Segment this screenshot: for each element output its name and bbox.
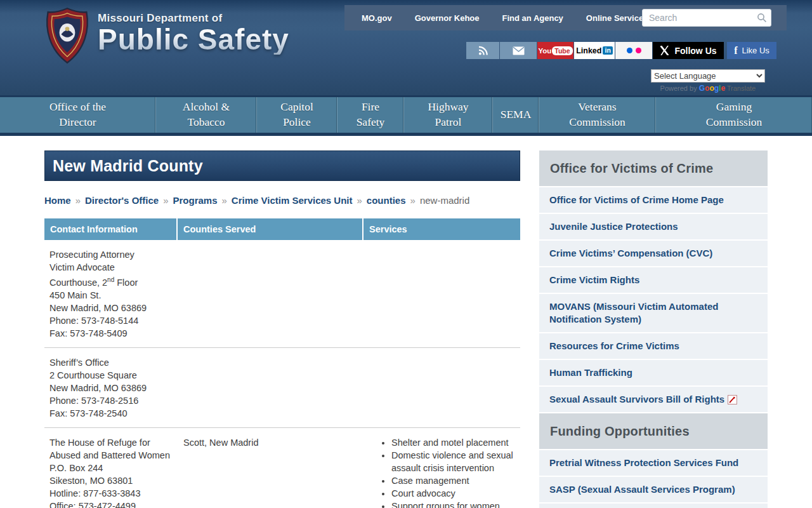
search-box bbox=[642, 9, 771, 27]
breadcrumb-link-programs[interactable]: Programs bbox=[173, 195, 217, 206]
main-column: New Madrid County Home»Director's Office… bbox=[44, 150, 520, 508]
main-nav-item-alcohol-tobacco[interactable]: Alcohol &Tobacco bbox=[155, 97, 256, 133]
pdf-icon bbox=[728, 395, 737, 404]
social-media-bar: YouTubeLinkedinFollow UsfLike Us bbox=[466, 42, 776, 59]
contact-line: P.O. Box 244 bbox=[49, 462, 178, 474]
content-area: New Madrid County Home»Director's Office… bbox=[0, 136, 812, 508]
contact-line: New Madrid, MO 63869 bbox=[49, 382, 178, 394]
breadcrumb-link-counties[interactable]: counties bbox=[367, 195, 406, 206]
linkedin-in-badge: in bbox=[603, 46, 612, 55]
contact-line: Fax: 573-748-2540 bbox=[49, 407, 178, 420]
top-utility-bar: MO.govGovernor KehoeFind an AgencyOnline… bbox=[344, 5, 787, 30]
main-nav-item-fire-safety[interactable]: FireSafety bbox=[337, 97, 403, 133]
rss-button[interactable] bbox=[466, 42, 499, 59]
main-nav-item-gaming-commission[interactable]: GamingCommission bbox=[655, 97, 812, 133]
main-nav-item-label: HighwayPatrol bbox=[428, 100, 468, 130]
breadcrumb-link-home[interactable]: Home bbox=[44, 195, 71, 206]
dps-badge-logo-icon bbox=[43, 7, 91, 67]
cell-counties-served bbox=[178, 248, 363, 340]
flickr-blue-dot-icon bbox=[627, 48, 632, 53]
services-list: Shelter and motel placementDomestic viol… bbox=[369, 436, 520, 508]
breadcrumb-separator: » bbox=[222, 195, 227, 206]
search-icon[interactable] bbox=[757, 13, 767, 25]
contact-line: The House of Refuge for Abused and Batte… bbox=[49, 436, 178, 462]
page-title-banner: New Madrid County bbox=[44, 150, 520, 181]
top-nav-link-find-an-agency[interactable]: Find an Agency bbox=[502, 13, 563, 23]
top-utility-links: MO.govGovernor KehoeFind an AgencyOnline… bbox=[362, 12, 671, 23]
main-nav-item-label: Alcohol &Tobacco bbox=[183, 100, 230, 130]
sidebar-link-crime-victim-rights[interactable]: Crime Victim Rights bbox=[539, 267, 768, 293]
main-nav-item-capitol-police[interactable]: CapitolPolice bbox=[256, 97, 337, 133]
cell-counties-served: Scott, New Madrid bbox=[178, 436, 363, 508]
service-item: Shelter and motel placement bbox=[391, 436, 520, 449]
contact-line: Office: 573-472-4499 bbox=[49, 500, 178, 508]
powered-by-text: Powered by bbox=[660, 84, 697, 92]
cell-services bbox=[363, 356, 520, 420]
main-nav-item-office-of-the-director[interactable]: Office of theDirector bbox=[0, 97, 155, 133]
cell-contact-information: Prosecuting AttorneyVictim AdvocateCourt… bbox=[44, 248, 178, 340]
cell-counties-served bbox=[178, 356, 363, 420]
sidebar-link-sasp-sexual-assault-services-program-[interactable]: SASP (Sexual Assault Services Program) bbox=[539, 477, 768, 502]
top-nav-link-governor-kehoe[interactable]: Governor Kehoe bbox=[415, 13, 480, 23]
main-nav-item-highway-patrol[interactable]: HighwayPatrol bbox=[403, 97, 492, 133]
contact-line: New Madrid, MO 63869 bbox=[49, 302, 178, 314]
contact-line: Prosecuting Attorney bbox=[49, 248, 178, 261]
sidebar-item-partial[interactable] bbox=[539, 504, 768, 508]
cell-services bbox=[363, 248, 520, 340]
sidebar-link-resources-for-crime-victims[interactable]: Resources for Crime Victims bbox=[539, 333, 768, 359]
linkedin-button[interactable]: Linkedin bbox=[574, 42, 615, 59]
table-row: The House of Refuge for Abused and Batte… bbox=[44, 428, 520, 508]
breadcrumb-current: new-madrid bbox=[420, 195, 469, 206]
x-follow-us-button[interactable]: Follow Us bbox=[653, 42, 724, 59]
contact-line: Sikeston, MO 63801 bbox=[49, 474, 178, 487]
google-logo-text: Google bbox=[699, 84, 725, 93]
youtube-button[interactable]: YouTube bbox=[537, 42, 573, 59]
sidebar-link-label: SASP (Sexual Assault Services Program) bbox=[549, 484, 735, 495]
main-nav-item-sema[interactable]: SEMA bbox=[492, 97, 539, 133]
main-nav-item-label: SEMA bbox=[501, 107, 532, 123]
sidebar-link-pretrial-witness-protection-services-fun[interactable]: Pretrial Witness Protection Services Fun… bbox=[539, 450, 768, 476]
language-select[interactable]: Select Language bbox=[651, 69, 765, 83]
column-header-contact: Contact Information bbox=[44, 218, 178, 240]
sidebar-link-label: Crime Victims’ Compensation (CVC) bbox=[549, 248, 712, 258]
contact-line: Hotline: 877-633-3843 bbox=[49, 487, 178, 500]
top-nav-link-online-services[interactable]: Online Services bbox=[586, 13, 648, 23]
main-nav-item-veterans-commission[interactable]: VeteransCommission bbox=[539, 97, 655, 133]
rss-icon bbox=[478, 46, 488, 56]
flickr-pink-dot-icon bbox=[636, 48, 641, 53]
contact-line: Courthouse, 2nd Floor bbox=[49, 274, 178, 289]
search-input[interactable] bbox=[642, 9, 771, 27]
services-table: Contact Information Counties Served Serv… bbox=[44, 218, 520, 508]
table-row: Prosecuting AttorneyVictim AdvocateCourt… bbox=[44, 240, 520, 348]
sidebar-link-movans-missouri-victim-automated-notific[interactable]: MOVANS (Missouri Victim Automated Notifi… bbox=[539, 294, 768, 332]
translate-text: Translate bbox=[727, 84, 756, 92]
breadcrumb-separator: » bbox=[163, 195, 168, 206]
contact-line: 2 Courthouse Square bbox=[49, 369, 178, 382]
sidebar-link-office-for-victims-of-crime-home-page[interactable]: Office for Victims of Crime Home Page bbox=[539, 187, 768, 213]
email-button[interactable] bbox=[500, 42, 537, 59]
contact-line: 450 Main St. bbox=[49, 289, 178, 302]
primary-navigation: Office of theDirectorAlcohol &TobaccoCap… bbox=[0, 95, 812, 136]
follow-us-label: Follow Us bbox=[674, 46, 716, 56]
breadcrumb-link-crime-victim-services-unit[interactable]: Crime Victim Services Unit bbox=[232, 195, 353, 206]
sidebar-link-sexual-assault-survivors-bill-of-rights[interactable]: Sexual Assault Survivors Bill of Rights bbox=[539, 387, 768, 412]
cell-contact-information: Sheriff’s Office2 Courthouse SquareNew M… bbox=[44, 356, 178, 420]
sidebar-section-title: Office for Victims of Crime bbox=[550, 161, 713, 176]
contact-line: Victim Advocate bbox=[49, 261, 178, 274]
sidebar-link-label: Juvenile Justice Protections bbox=[549, 221, 678, 232]
facebook-like-us-button[interactable]: fLike Us bbox=[727, 42, 776, 59]
sidebar-link-human-trafficking[interactable]: Human Trafficking bbox=[539, 360, 768, 385]
agency-wordmark: Missouri Department of Public Safety bbox=[98, 12, 289, 55]
top-nav-link-mo-gov[interactable]: MO.gov bbox=[362, 13, 392, 23]
sidebar-link-juvenile-justice-protections[interactable]: Juvenile Justice Protections bbox=[539, 214, 768, 239]
sidebar-link-crime-victims-compensation-cvc-[interactable]: Crime Victims’ Compensation (CVC) bbox=[539, 241, 768, 266]
breadcrumb-link-director-s-office[interactable]: Director's Office bbox=[85, 195, 159, 206]
contact-line: Phone: 573-748-2516 bbox=[49, 394, 178, 407]
service-item: Case management bbox=[391, 474, 520, 487]
main-nav-item-label: VeteransCommission bbox=[569, 100, 625, 130]
site-header: Missouri Department of Public Safety MO.… bbox=[0, 0, 812, 95]
flickr-button[interactable] bbox=[615, 42, 652, 59]
sidebar-link-label: MOVANS (Missouri Victim Automated Notifi… bbox=[549, 301, 718, 324]
main-nav-item-label: FireSafety bbox=[357, 100, 385, 130]
cell-contact-information: The House of Refuge for Abused and Batte… bbox=[44, 436, 178, 508]
